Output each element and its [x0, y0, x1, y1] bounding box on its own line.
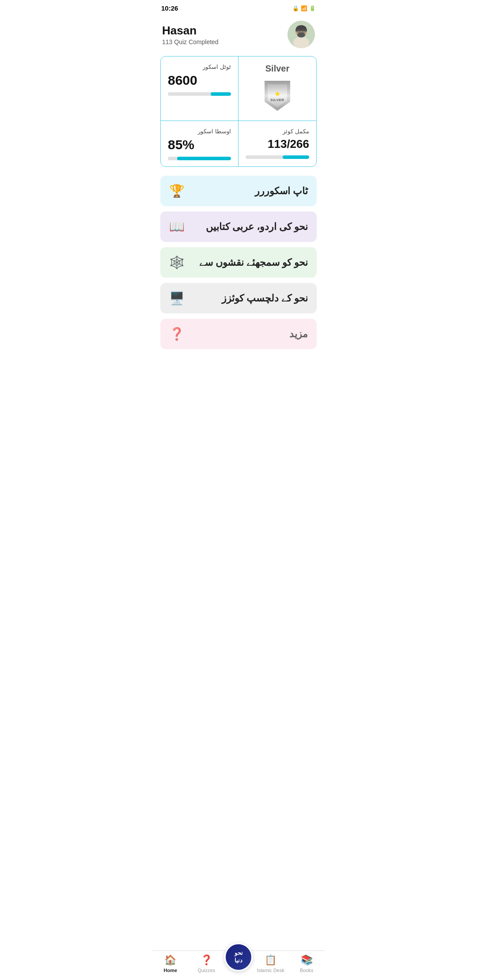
menu-item-more-text: مزید [289, 328, 308, 340]
header-text: Hasan 113 Quiz Completed [162, 24, 219, 45]
status-bar: 10:26 🔒 📶 🔋 [152, 0, 325, 16]
menu-item-more[interactable]: مزید ❓ [160, 319, 317, 349]
total-score-label: ٹوٹل اسکور [168, 64, 231, 70]
menu-item-books[interactable]: نحو کی اردو، عربی کتابیں 📖 [160, 211, 317, 242]
nav-quizzes-label: Quizzes [197, 968, 215, 973]
badge-label: Silver [246, 64, 309, 74]
shield-shape: ★ SILVER [265, 81, 290, 111]
menu-item-interesting-quizzes-text: نحو کے دلچسپ کوئزز [222, 293, 308, 304]
quizzes-value: 113/266 [246, 137, 309, 151]
shield-icon: 🔒 [292, 5, 299, 11]
book-icon: 📖 [169, 219, 185, 234]
nav-home-label: Home [163, 968, 177, 973]
total-score-fill [211, 92, 231, 96]
avg-score-cell: اوسطا اسکور 85% [161, 121, 238, 166]
quizzes-progress [246, 155, 309, 159]
battery-icon: 🔋 [309, 5, 316, 11]
diagram-icon: 🕸️ [169, 255, 185, 270]
avg-score-value: 85% [168, 137, 231, 152]
total-score-progress [168, 92, 231, 96]
stats-grid: ٹوٹل اسکور 8600 Silver ★ SILVER اوسطا اس… [160, 56, 317, 167]
total-score-cell: ٹوٹل اسکور 8600 [161, 57, 238, 121]
menu-section: ٹاپ اسکوررر 🏆 نحو کی اردو، عربی کتابیں 📖… [160, 176, 317, 349]
nav-books-label: Books [300, 968, 314, 973]
avatar [288, 21, 315, 48]
avg-score-label: اوسطا اسکور [168, 128, 231, 135]
quizzes-label: مکمل کوئز [246, 128, 309, 135]
shield-inner: ★ SILVER [268, 84, 287, 107]
menu-item-diagrams-text: نحو کو سمجھئے نقشوں سے [199, 257, 308, 268]
header: Hasan 113 Quiz Completed [152, 16, 325, 56]
nav-quizzes[interactable]: ❓ Quizzes [189, 954, 225, 973]
quizzes-nav-icon: ❓ [201, 954, 212, 966]
quiz-icon: 🖥️ [169, 291, 185, 305]
user-name: Hasan [162, 24, 219, 38]
avg-score-fill [177, 157, 231, 160]
bottom-nav: 🏠 Home ❓ Quizzes نحودنیا 📋 Islamic Desk … [152, 950, 325, 980]
silver-shield: ★ SILVER [246, 77, 309, 114]
nav-center-text: نحودنیا [235, 950, 243, 965]
quiz-completed-label: 113 Quiz Completed [162, 38, 219, 45]
nav-center-circle: نحودنیا [224, 943, 253, 971]
shield-text: SILVER [270, 98, 284, 102]
nav-books[interactable]: 📚 Books [289, 954, 325, 973]
quizzes-fill [283, 155, 309, 159]
books-nav-icon: 📚 [301, 954, 313, 966]
status-icons: 🔒 📶 🔋 [292, 5, 316, 11]
help-icon: ❓ [169, 327, 185, 341]
nav-islamic-desk[interactable]: 📋 Islamic Desk [253, 954, 289, 973]
home-icon: 🏠 [164, 954, 176, 966]
menu-item-top-scorers-text: ٹاپ اسکوررر [255, 185, 308, 197]
avg-score-progress [168, 157, 231, 160]
badge-cell: Silver ★ SILVER [238, 57, 316, 121]
total-score-value: 8600 [168, 73, 231, 88]
menu-item-books-text: نحو کی اردو، عربی کتابیں [206, 221, 308, 233]
menu-item-interesting-quizzes[interactable]: نحو کے دلچسپ کوئزز 🖥️ [160, 283, 317, 313]
menu-item-diagrams[interactable]: نحو کو سمجھئے نقشوں سے 🕸️ [160, 247, 317, 278]
quizzes-cell: مکمل کوئز 113/266 [238, 121, 316, 166]
nav-home[interactable]: 🏠 Home [152, 954, 189, 973]
svg-point-3 [297, 32, 305, 38]
nav-islamic-desk-label: Islamic Desk [257, 968, 284, 973]
status-time: 10:26 [161, 4, 178, 12]
star-icon: ★ [274, 90, 280, 98]
trophy-icon: 🏆 [169, 184, 185, 198]
nav-center[interactable]: نحودنیا [224, 943, 253, 971]
wifi-icon: 📶 [301, 5, 307, 11]
menu-item-top-scorers[interactable]: ٹاپ اسکوررر 🏆 [160, 176, 317, 206]
islamic-desk-icon: 📋 [265, 954, 276, 966]
